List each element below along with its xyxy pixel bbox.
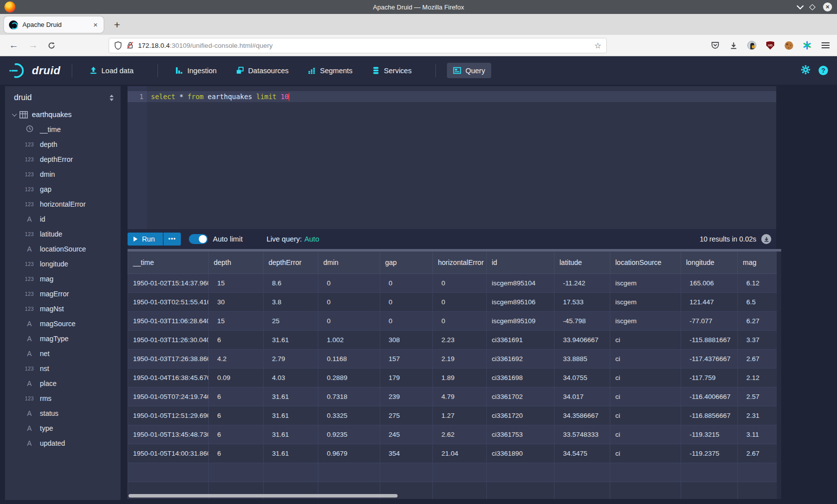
cell[interactable]: -117.759	[681, 368, 738, 387]
cell[interactable]: 0	[380, 292, 433, 311]
sort-carets-icon[interactable]	[110, 95, 114, 101]
table-row[interactable]: 1950-01-05T07:24:19.740Z631.610.73182394…	[128, 387, 782, 406]
cell[interactable]: 21.04	[433, 444, 487, 463]
cell[interactable]: 4.03	[264, 368, 318, 387]
cell[interactable]: 179	[380, 368, 433, 387]
settings-gear-icon[interactable]	[801, 65, 811, 77]
cell[interactable]: 34.017	[555, 387, 610, 406]
cell[interactable]: 31.61	[264, 330, 318, 349]
window-titlebar[interactable]: Apache Druid — Mozilla Firefox ×	[0, 0, 837, 14]
sidebar-field-dmin[interactable]: 123dmin	[5, 167, 121, 182]
cell[interactable]: 33.9406667	[555, 330, 610, 349]
sidebar-field-mag[interactable]: 123mag	[5, 271, 121, 286]
column-header-time[interactable]: __time	[128, 252, 209, 273]
cell[interactable]: 1950-01-03T11:06:28.640Z	[128, 311, 209, 330]
cell[interactable]: 245	[380, 425, 433, 444]
back-button[interactable]: ←	[9, 40, 18, 51]
cell[interactable]: 1.002	[318, 330, 380, 349]
cell[interactable]: 17.533	[555, 292, 610, 311]
cell[interactable]: 239	[380, 387, 433, 406]
bookmark-star-icon[interactable]: ☆	[594, 41, 601, 50]
table-row[interactable]: 1950-01-03T11:26:30.040Z631.611.0023082.…	[128, 330, 782, 349]
table-row[interactable]: 1950-01-05T13:45:48.730Z631.610.92352452…	[128, 425, 782, 444]
cell[interactable]: 6.12	[738, 273, 782, 292]
cell[interactable]: ci3361720	[487, 406, 555, 425]
column-header-latitude[interactable]: latitude	[555, 252, 610, 273]
cell[interactable]: 2.57	[738, 387, 782, 406]
table-row[interactable]: 1950-01-02T15:14:37.960Z158.6000iscgem89…	[128, 273, 782, 292]
results-table[interactable]: __timedepthdepthErrordmingaphorizontalEr…	[128, 252, 781, 499]
cell[interactable]: 2.31	[738, 406, 782, 425]
cell[interactable]: 0	[433, 311, 487, 330]
cell[interactable]: ci3361692	[487, 349, 555, 368]
cell[interactable]: 2.12	[738, 368, 782, 387]
cell[interactable]: 0	[318, 311, 380, 330]
cell[interactable]: 31.61	[264, 444, 318, 463]
cell[interactable]: 1950-01-05T07:24:19.740Z	[128, 387, 209, 406]
sidebar-field-magType[interactable]: AmagType	[5, 331, 121, 346]
cell[interactable]: -119.3215	[681, 425, 738, 444]
chevron-down-icon[interactable]	[12, 112, 17, 117]
run-button[interactable]: Run	[128, 233, 163, 246]
cell[interactable]: 2.19	[433, 349, 487, 368]
schema-selector[interactable]: druid	[5, 86, 121, 107]
column-header-mag[interactable]: mag	[738, 252, 782, 273]
cell[interactable]: 31.61	[264, 387, 318, 406]
cell[interactable]: 0	[433, 273, 487, 292]
cell[interactable]: 3.11	[738, 425, 782, 444]
cell[interactable]: 34.3586667	[555, 406, 610, 425]
downloads-icon[interactable]	[729, 41, 738, 50]
pocket-icon[interactable]	[710, 41, 719, 50]
cell[interactable]: -116.4006667	[681, 387, 738, 406]
cell[interactable]: 1950-01-05T12:51:29.690Z	[128, 406, 209, 425]
cell[interactable]: 0.7318	[318, 387, 380, 406]
cell[interactable]: ci3361702	[487, 387, 555, 406]
table-row[interactable]: 1950-01-03T02:51:55.410Z303.8000iscgem89…	[128, 292, 782, 311]
cell[interactable]: 1950-01-04T16:38:45.670Z	[128, 368, 209, 387]
nav-item-datasources[interactable]: Datasources	[230, 63, 294, 78]
cell[interactable]: 0.2889	[318, 368, 380, 387]
cookie-extension-icon[interactable]	[784, 41, 793, 50]
cell[interactable]: 15	[209, 311, 264, 330]
cell[interactable]: 34.0755	[555, 368, 610, 387]
cell[interactable]: 3.8	[264, 292, 318, 311]
run-more-options-button[interactable]: •••	[163, 233, 181, 246]
cell[interactable]: 0	[318, 273, 380, 292]
cell[interactable]: 2.23	[433, 330, 487, 349]
cell[interactable]: 30	[209, 292, 264, 311]
cell[interactable]: 0	[318, 292, 380, 311]
sidebar-field-net[interactable]: Anet	[5, 346, 121, 361]
cell[interactable]: 2.79	[264, 349, 318, 368]
cell[interactable]: iscgem895109	[487, 311, 555, 330]
cell[interactable]: ci	[610, 444, 681, 463]
druid-logo[interactable]: druid	[9, 62, 61, 79]
cell[interactable]: 157	[380, 349, 433, 368]
cell[interactable]: 1950-01-05T13:45:48.730Z	[128, 425, 209, 444]
table-row[interactable]: 1950-01-04T16:38:45.670Z0.094.030.288917…	[128, 368, 782, 387]
cell[interactable]: 31.61	[264, 406, 318, 425]
cell[interactable]: -11.242	[555, 273, 610, 292]
cell[interactable]: 0	[433, 292, 487, 311]
cell[interactable]: 1.89	[433, 368, 487, 387]
cell[interactable]: 6	[209, 406, 264, 425]
sidebar-field-type[interactable]: Atype	[5, 421, 121, 436]
cell[interactable]: 0	[380, 273, 433, 292]
cell[interactable]: iscgem	[610, 292, 681, 311]
sidebar-field-magSource[interactable]: AmagSource	[5, 316, 121, 331]
sidebar-item-earthquakes[interactable]: earthquakes	[5, 107, 121, 122]
forward-button[interactable]: →	[28, 40, 38, 51]
cell[interactable]: 1950-01-03T11:26:30.040Z	[128, 330, 209, 349]
sidebar-field-rms[interactable]: 123rms	[5, 391, 121, 406]
column-header-horizontalError[interactable]: horizontalError	[433, 252, 487, 273]
sidebar-field-place[interactable]: Aplace	[5, 376, 121, 391]
insecure-lock-icon[interactable]	[126, 41, 134, 50]
cell[interactable]: iscgem	[610, 311, 681, 330]
download-results-icon[interactable]	[761, 234, 771, 244]
cell[interactable]: 2.67	[738, 349, 782, 368]
cell[interactable]: 31.61	[264, 425, 318, 444]
column-header-depthError[interactable]: depthError	[264, 252, 318, 273]
url-text[interactable]: 172.18.0.4:30109/unified-console.html#qu…	[138, 42, 594, 49]
cell[interactable]: 6	[209, 330, 264, 349]
cell[interactable]: 6	[209, 425, 264, 444]
cell[interactable]: -117.4376667	[681, 349, 738, 368]
